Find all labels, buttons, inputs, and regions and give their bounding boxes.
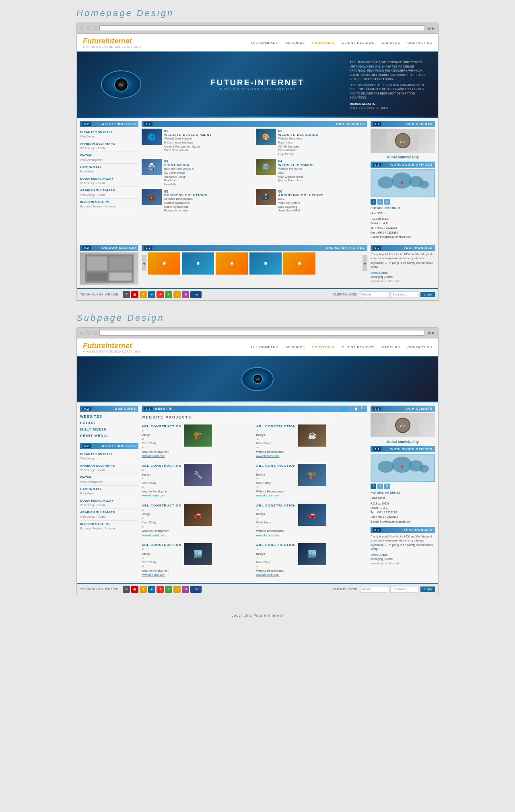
project-link-5[interactable]: DUBAI MUNICIPALITY [80, 177, 138, 180]
project-type-2: Web Design - Flash [80, 147, 105, 150]
sub-office-num-3[interactable]: 3 [384, 484, 390, 489]
carousel-next[interactable]: ▶ [363, 255, 367, 271]
office-num-3[interactable]: 3 [384, 199, 390, 205]
sub-nav-company[interactable]: THE COMPANY [251, 345, 278, 349]
testimonial-site: www.dream-soffice.net [371, 279, 435, 284]
project-card-8: ABL CONSTRUCTION ✔ Design ✔ Case Study ✔… [256, 543, 368, 577]
sub-browser-btn-1[interactable] [80, 331, 84, 335]
subpage-browser-toolbar: ◀ ▶ [77, 328, 438, 338]
clients-header: 0.2 OUR CLIENTS [371, 121, 435, 127]
sub-nav-portfolio[interactable]: PORTFOLIO [312, 345, 335, 349]
project-card-5: ABL CONSTRUCTION ✔ Design ✔ Case Study ✔… [142, 504, 253, 538]
browser-btn-2[interactable] [87, 26, 91, 30]
proj-link-7[interactable]: www.ablconst.com [142, 573, 165, 576]
svg-text:DM: DM [400, 140, 406, 144]
proj-link-2[interactable]: www.ablconst.com [256, 455, 280, 457]
sub-link-logos[interactable]: LOGOS [80, 420, 138, 426]
eye-outer: 0.2 [101, 70, 141, 98]
sub-tech-icon-3: ★ [140, 586, 147, 593]
proj-thumb-3: 🔧 [184, 464, 212, 486]
service-desc-2: Website DesigningFlash Intros2D /3D Desi… [278, 137, 319, 156]
login-password-input[interactable] [390, 291, 418, 298]
project-link-7[interactable]: INVISION SYSTEMS [80, 200, 138, 204]
sub-login-label: CLIENTS LOGIN: [333, 587, 358, 591]
sub-link-websites[interactable]: WEBSITES [80, 413, 138, 420]
sub-link-multimedia[interactable]: MULTIMEDIA [80, 426, 138, 433]
project-link-2[interactable]: ARABIAN GULF MAPS [80, 142, 138, 146]
login-button[interactable]: Login [420, 292, 435, 297]
proj-link-5[interactable]: www.ablconst.com [142, 534, 165, 537]
projects-grid: ABL CONSTRUCTION ✔ Design ✔ Case Study ✔… [142, 424, 367, 580]
sub-link-print[interactable]: PRINT MEDIA [80, 433, 138, 439]
proj-title-1: ABL CONSTRUCTION [142, 424, 181, 428]
browser-btn-3[interactable] [93, 26, 97, 30]
project-link-3[interactable]: WATANI [80, 154, 138, 157]
address-bar[interactable] [99, 25, 425, 31]
service-desc-3: Business card design &CD cover designSta… [164, 167, 194, 187]
browser-btn-1[interactable] [80, 26, 84, 30]
office-num-2[interactable]: 2 [377, 199, 383, 205]
nav-contact[interactable]: CONTACT US [408, 41, 432, 45]
sub-office-num-1[interactable]: 1 [371, 484, 376, 489]
sub-browser-btn-3[interactable] [93, 331, 97, 335]
project-link-4[interactable]: HAMRA MALL [80, 165, 138, 169]
nav-reviews[interactable]: CLIENT REVIEWS [342, 41, 375, 45]
sub-nav-careers[interactable]: CAREERS [382, 345, 400, 349]
sub-login-name-input[interactable] [360, 586, 388, 593]
homepage-site: FutureInternet A VISION BEYOND EXPECTATI… [77, 34, 438, 300]
project-info-3: ABL CONSTRUCTION ✔ Design ✔ Case Study ✔… [142, 464, 181, 498]
service-num-2: 02 [278, 129, 282, 133]
project-link-6[interactable]: ARABIAN GULF MAPS [80, 189, 138, 192]
sub-project-link-2[interactable]: ARABIAN GULF MAPS [80, 464, 138, 468]
sub-project-link-6[interactable]: ARABIAN GULF MAPS [80, 511, 138, 514]
random-label: RANDOM SECTION [101, 246, 136, 250]
sub-nav-services[interactable]: SERVICES [286, 345, 305, 349]
login-name-input[interactable] [360, 291, 388, 298]
sub-project-link-7[interactable]: INVISION SYSTEMS [80, 522, 138, 526]
tech-icon-4: ● [148, 291, 155, 298]
project-link-1[interactable]: DUBAI PRESS CLUB [80, 130, 138, 134]
service-item-5: 💼 05 BUSINESS SOLUTIONS Software Develop… [142, 189, 253, 213]
hero-quote2-text: IT IS THIS VISION THAT DRIVES OUR COMMIT… [350, 83, 430, 100]
sub-clients-label: OUR CLIENTS [406, 407, 433, 410]
hero-main-title: FUTURE-INTERNET [211, 78, 305, 87]
proj-link-4[interactable]: www.ablconst.com [256, 494, 280, 497]
nav-arrows: ◀ ▶ [427, 26, 435, 31]
sub-address-bar[interactable] [99, 330, 425, 336]
sub-project-link-1[interactable]: DUBAI PRESS CLUB [80, 452, 138, 456]
proj-link-1[interactable]: www.ablconst.com [142, 455, 165, 457]
proj-link-8[interactable]: www.ablconst.com [256, 573, 280, 576]
sub-office-num-2[interactable]: 2 [377, 484, 383, 489]
nav-portfolio[interactable]: PORTFOLIO [312, 41, 335, 45]
subpage-main-content: 0.2 SUB LINKS WEBSITES LOGOS MULTIMEDIA … [77, 402, 438, 583]
carousel-prev[interactable]: ◀ [142, 255, 146, 271]
hero-author-title: CHIEF EXECUTIVE OFFICER [350, 106, 430, 111]
sub-hero-eye: 0.2 [241, 367, 274, 391]
sub-clients-header: 0.2 OUR CLIENTS [371, 406, 435, 412]
proj-title-6: ABL CONSTRUCTION [256, 504, 296, 507]
service-item-4: ⚙️ 04 WEBSITE PROMOS Website PromotionSE… [256, 159, 368, 187]
sub-login-button[interactable]: Login [420, 586, 435, 592]
office-num-1[interactable]: 1 [371, 199, 376, 205]
sub-nav-reviews[interactable]: CLIENT REVIEWS [342, 345, 375, 349]
sub-login-password-input[interactable] [390, 586, 418, 593]
sub-middle-column: 0.2 WEBSITE 🌐 🔧 📋 🔍 WEBSITE PROJECTS ABL… [142, 406, 367, 580]
sub-nav-contact[interactable]: CONTACT US [408, 345, 432, 349]
nav-careers[interactable]: CAREERS [382, 41, 400, 45]
sub-browser-btn-2[interactable] [87, 331, 91, 335]
random-header: 0.2 RANDOM SECTION [80, 245, 138, 251]
website-projects-title: WEBSITE PROJECTS [142, 414, 367, 421]
nav-services[interactable]: SERVICES [286, 41, 305, 45]
nav-company[interactable]: THE COMPANY [251, 41, 278, 45]
sub-test-author: Chris Button [371, 553, 435, 558]
sub-project-link-5[interactable]: DUBAI MUNICIPALITY [80, 499, 138, 502]
office-page-nums: 1 2 3 [371, 199, 435, 205]
sub-tech-icon-2: ▣ [131, 586, 138, 593]
world-map-svg [372, 170, 434, 197]
proj-link-6[interactable]: www.ablconst.com [256, 534, 280, 537]
sub-project-link-3[interactable]: WATANI [80, 476, 138, 479]
proj-link-3[interactable]: www.ablconst.com [142, 494, 165, 497]
logo: FutureInternet A VISION BEYOND EXPECTATI… [83, 37, 141, 48]
carousel-item-1: 📄 [148, 252, 180, 275]
sub-project-link-4[interactable]: HAMRA MALL [80, 487, 138, 491]
